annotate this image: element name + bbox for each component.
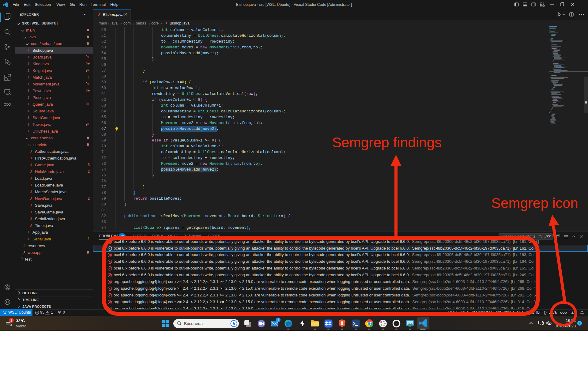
svg-text:Semgrep findings: Semgrep findings	[332, 134, 442, 150]
svg-text:Semgrep icon: Semgrep icon	[491, 195, 578, 211]
